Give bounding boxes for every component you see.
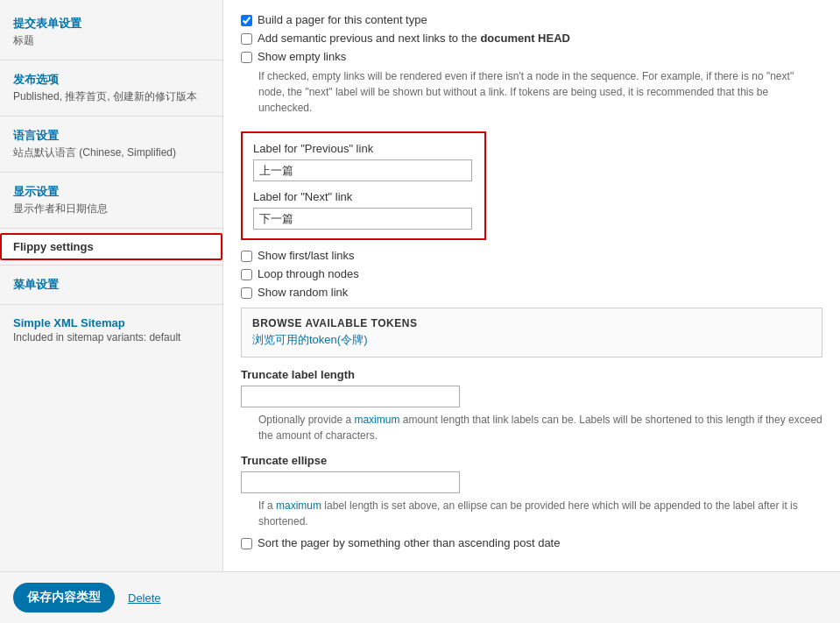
build-pager-label: Build a pager for this content type <box>258 13 427 26</box>
truncate-ellipse-heading: Truncate ellipse <box>241 454 822 467</box>
sidebar-item-sitemap-title: Simple XML Sitemap <box>13 316 209 329</box>
show-first-last-label: Show first/last links <box>258 249 355 262</box>
show-empty-label: Show empty links <box>258 50 346 63</box>
browse-tokens-box[interactable]: BROWSE AVAILABLE TOKENS 浏览可用的token(令牌) <box>241 308 822 358</box>
sidebar: 提交表单设置 标题 发布选项 Published, 推荐首页, 创建新的修订版本… <box>0 0 223 571</box>
sort-pager-label: Sort the pager by something other than a… <box>258 536 560 549</box>
build-pager-checkbox[interactable] <box>241 15 252 26</box>
sidebar-item-menu[interactable]: 菜单设置 <box>0 270 222 300</box>
loop-through-row: Loop through nodes <box>241 267 822 280</box>
sidebar-item-display-subtitle: 显示作者和日期信息 <box>13 202 209 216</box>
show-random-label: Show random link <box>258 286 348 299</box>
truncate-ellipse-input[interactable] <box>241 471 460 493</box>
label-next-heading: Label for "Next" link <box>253 190 474 203</box>
label-previous-input[interactable] <box>253 159 472 181</box>
truncate-label-input-row <box>241 386 822 412</box>
semantic-links-checkbox[interactable] <box>241 33 252 45</box>
main-area: 提交表单设置 标题 发布选项 Published, 推荐首页, 创建新的修订版本… <box>0 0 840 571</box>
sidebar-item-language[interactable]: 语言设置 站点默认语言 (Chinese, Simplified) <box>0 121 222 167</box>
sidebar-divider-5 <box>0 265 222 265</box>
label-next-input[interactable] <box>253 208 472 230</box>
sidebar-item-language-subtitle: 站点默认语言 (Chinese, Simplified) <box>13 145 209 160</box>
delete-link[interactable]: Delete <box>128 591 161 605</box>
truncate-label-help-link[interactable]: maximum <box>354 414 399 426</box>
truncate-label-heading: Truncate label length <box>241 368 822 381</box>
show-empty-row: Show empty links <box>241 50 822 63</box>
sidebar-divider-6 <box>0 304 222 305</box>
truncate-ellipse-help-link[interactable]: maximum <box>276 499 321 512</box>
sidebar-divider-3 <box>0 172 222 173</box>
save-button[interactable]: 保存内容类型 <box>13 583 115 612</box>
label-box: Label for "Previous" link Label for "Nex… <box>241 131 486 240</box>
semantic-links-row: Add semantic previous and next links to … <box>241 32 822 45</box>
sidebar-item-submit-form-title: 提交表单设置 <box>13 16 209 32</box>
page-wrapper: 提交表单设置 标题 发布选项 Published, 推荐首页, 创建新的修订版本… <box>0 0 840 623</box>
show-first-last-row: Show first/last links <box>241 249 822 262</box>
sidebar-item-submit-form-subtitle: 标题 <box>13 33 209 48</box>
show-empty-checkbox[interactable] <box>241 52 252 63</box>
sort-pager-checkbox[interactable] <box>241 538 252 549</box>
show-random-checkbox[interactable] <box>241 287 252 299</box>
loop-through-label: Loop through nodes <box>258 267 359 280</box>
sort-pager-row: Sort the pager by something other than a… <box>241 536 822 549</box>
sidebar-divider-1 <box>0 60 222 60</box>
show-first-last-checkbox[interactable] <box>241 251 252 262</box>
sidebar-item-flippy[interactable]: Flippy settings <box>0 233 222 260</box>
footer: 保存内容类型 Delete <box>0 571 840 623</box>
content-area: Build a pager for this content type Add … <box>223 0 840 571</box>
sidebar-divider-4 <box>0 228 222 229</box>
sidebar-item-publish-subtitle: Published, 推荐首页, 创建新的修订版本 <box>13 89 209 104</box>
build-pager-row: Build a pager for this content type <box>241 13 822 26</box>
sidebar-item-publish[interactable]: 发布选项 Published, 推荐首页, 创建新的修订版本 <box>0 65 222 111</box>
browse-tokens-title: BROWSE AVAILABLE TOKENS <box>252 317 811 329</box>
loop-through-checkbox[interactable] <box>241 269 252 280</box>
sidebar-divider-2 <box>0 116 222 117</box>
truncate-label-input[interactable] <box>241 386 460 407</box>
truncate-ellipse-help: If a maximum label length is set above, … <box>258 498 822 529</box>
sidebar-item-display[interactable]: 显示设置 显示作者和日期信息 <box>0 177 222 223</box>
sidebar-item-sitemap[interactable]: Simple XML Sitemap Included in sitemap v… <box>0 309 222 350</box>
sidebar-item-language-title: 语言设置 <box>13 128 209 144</box>
spacer <box>253 181 474 190</box>
truncate-ellipse-input-row <box>241 471 822 498</box>
label-previous-heading: Label for "Previous" link <box>253 142 474 155</box>
empty-links-help: If checked, empty links will be rendered… <box>258 68 822 116</box>
truncate-label-help: Optionally provide a maximum amount leng… <box>258 412 822 443</box>
sidebar-item-publish-title: 发布选项 <box>13 72 209 88</box>
sidebar-item-display-title: 显示设置 <box>13 184 209 200</box>
browse-tokens-subtitle: 浏览可用的token(令牌) <box>252 332 811 348</box>
sidebar-item-menu-title: 菜单设置 <box>13 277 209 293</box>
sidebar-item-sitemap-subtitle: Included in sitemap variants: default <box>13 331 209 343</box>
semantic-links-label: Add semantic previous and next links to … <box>258 32 570 45</box>
sidebar-item-submit-form[interactable]: 提交表单设置 标题 <box>0 9 222 55</box>
sidebar-item-flippy-title: Flippy settings <box>13 240 209 253</box>
show-random-row: Show random link <box>241 286 822 299</box>
